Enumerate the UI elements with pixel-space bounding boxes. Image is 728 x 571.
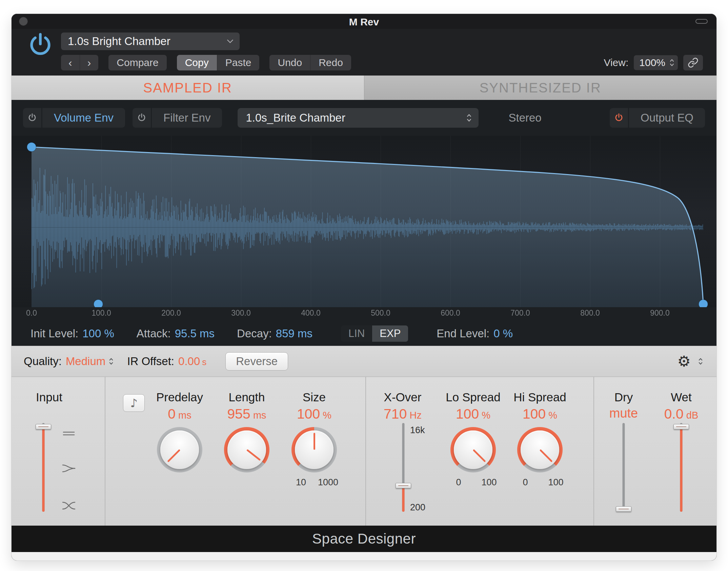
view-zoom-select[interactable]: 100%: [634, 55, 678, 70]
end-level-value[interactable]: 0 %: [493, 327, 513, 340]
xover-slider-thumb[interactable]: [396, 483, 411, 488]
plugin-header: 1.0s Bright Chamber ‹ › Compare Copy Pas…: [12, 29, 716, 76]
axis-tick: 100.0: [86, 309, 117, 318]
channel-mode-label: Stereo: [508, 111, 541, 124]
filter-env-tab[interactable]: Filter Env: [152, 108, 222, 128]
preset-select[interactable]: 1.0s Bright Chamber: [61, 33, 240, 50]
predelay-number[interactable]: 0: [168, 406, 176, 422]
axis-tick: 800.0: [575, 309, 605, 318]
redo-button[interactable]: Redo: [310, 55, 351, 70]
predelay-value[interactable]: 0 ms: [146, 406, 214, 422]
compare-button[interactable]: Compare: [108, 55, 166, 70]
axis-tick: 700.0: [505, 309, 535, 318]
ir-waveform-display[interactable]: [12, 136, 716, 307]
dry-slider[interactable]: [616, 423, 631, 512]
attack-value[interactable]: 95.5 ms: [175, 327, 215, 340]
xover-value[interactable]: 710 Hz: [369, 406, 437, 422]
length-number[interactable]: 955: [227, 406, 250, 422]
lo-spread-label: Lo Spread: [439, 390, 507, 404]
window-minimize-button[interactable]: [695, 19, 708, 24]
length-value[interactable]: 955 ms: [213, 406, 281, 422]
hi-spread-number[interactable]: 100: [523, 406, 546, 422]
window-title: M Rev: [12, 14, 716, 29]
next-preset-button[interactable]: ›: [80, 55, 99, 70]
hi-spread-min-label: 0: [510, 477, 541, 488]
lin-button[interactable]: LIN: [341, 325, 372, 342]
preset-nav-group: ‹ ›: [61, 55, 98, 70]
decay-value[interactable]: 859 ms: [276, 327, 312, 340]
axis-tick: 400.0: [296, 309, 326, 318]
wet-value[interactable]: 0.0 dB: [647, 406, 715, 422]
settings-stepper-icon[interactable]: [698, 357, 703, 365]
init-level: Init Level: 100 %: [31, 327, 114, 340]
lo-spread-min-label: 0: [443, 477, 474, 488]
size-number[interactable]: 100: [297, 406, 320, 422]
init-level-value[interactable]: 100 %: [82, 327, 114, 340]
input-mono-sum-icon[interactable]: [61, 463, 77, 475]
output-eq-tab[interactable]: Output EQ: [629, 108, 705, 128]
input-stereo-icon[interactable]: [61, 428, 77, 440]
end-level: End Level: 0 %: [437, 327, 513, 340]
size-value[interactable]: 100 %: [280, 406, 348, 422]
lo-spread-unit: %: [482, 410, 490, 421]
exp-button[interactable]: EXP: [372, 325, 408, 342]
input-slider[interactable]: [36, 423, 51, 512]
ir-sample-select[interactable]: 1.0s_Brite Chamber: [238, 108, 479, 128]
length-knob[interactable]: [224, 427, 269, 472]
link-button[interactable]: [683, 55, 703, 70]
volume-env-tab[interactable]: Volume Env: [42, 108, 125, 128]
dry-slider-thumb[interactable]: [616, 506, 631, 512]
wet-slider-thumb[interactable]: [673, 424, 689, 429]
predelay-knob[interactable]: [157, 427, 202, 472]
size-knob[interactable]: [291, 427, 337, 472]
ir-offset: IR Offset: 0.00 s: [127, 355, 206, 368]
wet-slider[interactable]: [673, 423, 689, 512]
ir-offset-value[interactable]: 0.00: [178, 355, 200, 368]
input-slider-thumb[interactable]: [36, 424, 51, 429]
env-end-handle[interactable]: [699, 300, 708, 307]
divider: [365, 377, 366, 526]
quality-value[interactable]: Medium: [66, 355, 105, 368]
hi-spread-value[interactable]: 100 %: [506, 406, 574, 422]
attack: Attack: 95.5 ms: [137, 327, 215, 340]
quality-bar: Quality: Medium IR Offset: 0.00 s Revers…: [12, 346, 716, 377]
plugin-power-icon[interactable]: [25, 31, 56, 61]
paste-button[interactable]: Paste: [217, 55, 260, 70]
copy-button[interactable]: Copy: [177, 55, 217, 70]
undo-redo-group: Undo Redo: [269, 55, 351, 70]
lo-spread-value[interactable]: 100 %: [439, 406, 507, 422]
wet-number[interactable]: 0.0: [664, 406, 684, 422]
wet-unit: dB: [686, 410, 698, 421]
volume-env-power-icon[interactable]: [23, 108, 41, 128]
view-label: View:: [604, 57, 628, 68]
output-eq-power-icon[interactable]: [610, 108, 628, 128]
header-button-row: ‹ › Compare Copy Paste Undo Redo: [61, 55, 351, 70]
prev-preset-button[interactable]: ‹: [61, 55, 80, 70]
predelay-unit: ms: [178, 410, 191, 421]
preset-name: 1.0s Bright Chamber: [68, 35, 170, 48]
slider-fill: [680, 427, 683, 512]
predelay-sync-button[interactable]: ♪: [123, 394, 145, 412]
tab-sampled-ir[interactable]: SAMPLED IR: [12, 76, 364, 100]
hi-spread-knob[interactable]: [517, 427, 563, 472]
tab-synthesized-ir[interactable]: SYNTHESIZED IR: [364, 76, 717, 100]
decay: Decay: 859 ms: [237, 327, 312, 340]
ir-mode-tabs: SAMPLED IR SYNTHESIZED IR: [12, 76, 716, 100]
reverse-button[interactable]: Reverse: [225, 352, 288, 371]
env-start-handle[interactable]: [27, 143, 36, 151]
xover-bottom-label: 200: [410, 502, 441, 513]
gear-icon[interactable]: ⚙: [678, 354, 691, 369]
env-attack-handle[interactable]: [94, 300, 103, 307]
input-crossed-icon[interactable]: [61, 500, 77, 512]
undo-button[interactable]: Undo: [269, 55, 310, 70]
view-zoom-value: 100%: [639, 57, 665, 68]
quality-stepper-icon[interactable]: [109, 357, 114, 365]
xover-number[interactable]: 710: [384, 406, 407, 422]
filter-env-power-icon[interactable]: [133, 108, 151, 128]
wet-label: Wet: [647, 390, 715, 404]
lo-spread-number[interactable]: 100: [456, 406, 479, 422]
time-axis: 0.0 100.0 200.0 300.0 400.0 500.0 600.0 …: [12, 307, 716, 321]
dry-mute-value[interactable]: mute: [609, 406, 638, 421]
lo-spread-knob[interactable]: [450, 427, 496, 472]
xover-slider[interactable]: [396, 423, 411, 512]
